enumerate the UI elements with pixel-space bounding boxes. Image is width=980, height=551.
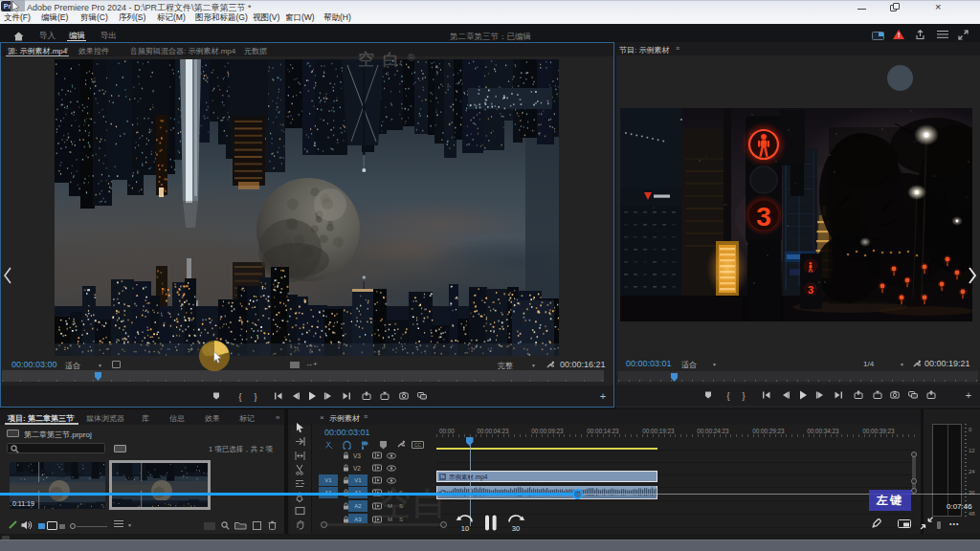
- svg-text:30: 30: [512, 524, 520, 533]
- svg-text:}: }: [742, 391, 745, 401]
- svg-text:+: +: [600, 390, 606, 402]
- svg-text:{: {: [726, 391, 729, 401]
- svg-text:{: {: [238, 392, 241, 402]
- svg-text:}: }: [254, 392, 256, 402]
- svg-text:3: 3: [808, 284, 813, 296]
- svg-text:3: 3: [756, 202, 771, 231]
- svg-text:+: +: [966, 389, 971, 401]
- svg-text:10: 10: [461, 524, 469, 533]
